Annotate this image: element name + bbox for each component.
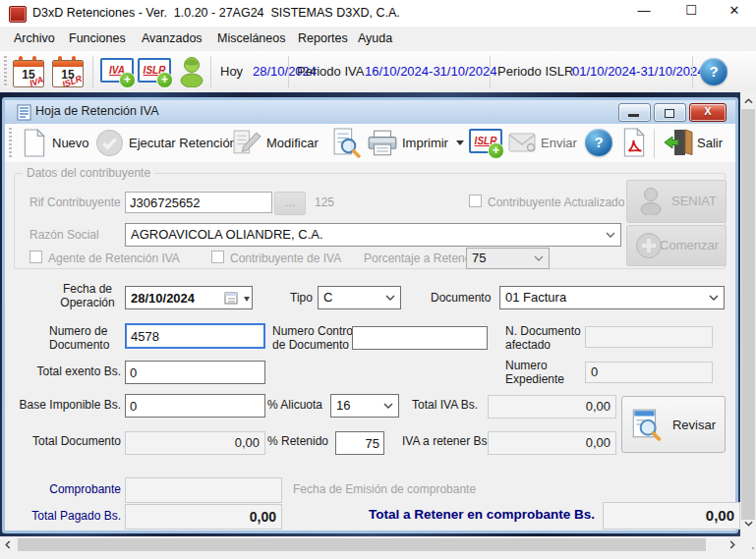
agente-retencion-checkbox[interactable] (29, 251, 42, 263)
enviar-button[interactable]: Enviar (541, 136, 577, 150)
user-gray-icon (639, 187, 663, 215)
total-exento-input[interactable] (125, 361, 265, 384)
child-title-bar: Hoja de Retención IVA X (5, 100, 735, 124)
vertical-scrollbar[interactable] (740, 92, 756, 536)
child-minimize-button[interactable] (618, 103, 651, 122)
scroll-left-icon[interactable] (0, 536, 16, 553)
close-button[interactable]: ✕ (718, 0, 751, 22)
menu-ayuda[interactable]: Ayuda (358, 31, 392, 45)
rif-browse-button[interactable]: ... (274, 192, 306, 215)
calendar-iva-icon[interactable]: 15 IVA (12, 55, 45, 88)
execute-check-icon[interactable] (95, 129, 124, 157)
total-pagado-label: Total Pagado Bs. (20, 509, 121, 523)
main-toolbar: 15 IVA 15 ISLR IVA + ISLR + Hoy 28/10/20… (0, 51, 756, 93)
new-islr-retention-icon[interactable]: ISLR + (138, 57, 173, 88)
porcentaje-retener-combobox[interactable]: 75 (466, 248, 550, 269)
imprimir-dropdown-icon[interactable] (456, 140, 464, 145)
tipo-label: Tipo (290, 291, 313, 305)
base-imponible-input[interactable] (125, 394, 265, 418)
child-close-button[interactable]: X (689, 103, 727, 122)
printer-icon[interactable] (367, 130, 398, 157)
retenido-input[interactable] (335, 431, 384, 455)
numero-documento-input[interactable] (125, 323, 265, 349)
retenido-label: % Retenido (267, 434, 328, 448)
review-magnifier-icon (630, 408, 662, 441)
menu-miscelaneos[interactable]: Misceláneos (217, 31, 285, 45)
total-iva-label: Total IVA Bs. (412, 398, 478, 412)
mail-icon[interactable] (508, 133, 536, 152)
horizontal-scrollbar[interactable] (0, 536, 740, 553)
menu-avanzados[interactable]: Avanzados (142, 31, 203, 45)
restore-icon (665, 109, 674, 118)
contribuyente-iva-checkbox[interactable] (211, 251, 224, 263)
preview-icon[interactable] (332, 128, 361, 158)
window-bottom-frame (0, 553, 756, 559)
alicuota-combobox[interactable]: 16 (330, 394, 399, 418)
separator (692, 56, 693, 87)
title-bar: D3xD Retenciones - Ver. 1.0.20 - 27AG24 … (0, 0, 756, 27)
rif-code: 125 (315, 196, 334, 209)
chevron-down-icon (709, 295, 719, 301)
nuevo-button[interactable]: Nuevo (52, 136, 89, 150)
revisar-button[interactable]: Revisar (621, 396, 726, 453)
child-help-button[interactable]: ? (585, 129, 612, 156)
periodo-iva-range: 16/10/2024-31/10/2024 (365, 64, 496, 79)
child-toolbar: Nuevo Ejecutar Retención Modificar (5, 124, 735, 163)
separator (490, 56, 491, 87)
new-islr-retention-icon[interactable]: ISLR + (469, 128, 504, 159)
documento-afectado-label: N. Documento afectado (505, 324, 586, 352)
pdf-icon[interactable] (622, 128, 646, 157)
documento-combobox[interactable]: 01 Factura (499, 286, 725, 309)
chevron-down-icon (383, 403, 393, 409)
agente-retencion-label: Agente de Retención IVA (48, 252, 180, 265)
plus-circle-gray-icon (635, 232, 663, 259)
total-pagado-field: 0,00 (125, 504, 282, 530)
child-restore-button[interactable] (654, 103, 686, 122)
scroll-down-icon[interactable] (740, 520, 756, 536)
help-button[interactable]: ? (700, 58, 727, 85)
hoy-label: Hoy (220, 64, 243, 79)
scroll-right-icon[interactable] (725, 536, 740, 553)
groupbox-title: Datos del contribuyente (23, 166, 154, 180)
actualizado-checkbox[interactable] (469, 195, 482, 207)
minimize-button[interactable]: — (627, 0, 661, 22)
periodo-islr-range: 01/10/2024-31/10/2024 (572, 64, 704, 79)
user-icon[interactable] (179, 56, 204, 87)
fecha-operacion-datepicker[interactable]: 28/10/2024 (125, 286, 253, 309)
app-icon (9, 6, 27, 23)
chevron-down-icon (534, 255, 544, 261)
numero-expediente-label: Numero Expediente (505, 359, 574, 386)
minimize-icon (628, 114, 639, 117)
toolbar-grip[interactable] (9, 128, 12, 157)
horizontal-scroll-thumb[interactable] (18, 538, 706, 551)
menu-funciones[interactable]: Funciones (69, 31, 126, 45)
toolbar-grip[interactable] (4, 56, 7, 87)
vertical-scroll-thumb[interactable] (741, 109, 755, 520)
seniat-button[interactable]: SENIAT (626, 180, 727, 223)
razon-social-combobox[interactable]: AGROAVICOLA OLIANDRE, C.A. (125, 223, 621, 247)
salir-button[interactable]: Salir (697, 136, 723, 150)
numero-control-input[interactable] (352, 326, 488, 350)
menu-reportes[interactable]: Reportes (298, 31, 348, 45)
calendar-islr-icon[interactable]: 15 ISLR (51, 55, 85, 88)
actualizado-label: Contribuyente Actualizado (488, 196, 624, 209)
new-document-icon[interactable] (22, 129, 47, 157)
alicuota-label: % Alicuota (267, 398, 322, 412)
razon-social-label: Razón Social (29, 228, 99, 242)
imprimir-button[interactable]: Imprimir (402, 136, 448, 150)
maximize-button[interactable]: ☐ (674, 0, 708, 22)
numero-documento-label: Numero de Documento (49, 324, 123, 352)
rif-input[interactable] (125, 192, 272, 213)
ejecutar-retencion-button[interactable]: Ejecutar Retención (129, 136, 237, 150)
scroll-up-icon[interactable] (740, 92, 756, 109)
total-documento-field: 0,00 (125, 431, 265, 455)
menu-archivo[interactable]: Archivo (14, 31, 55, 45)
modify-icon[interactable] (232, 129, 262, 157)
modificar-button[interactable]: Modificar (266, 136, 319, 150)
comenzar-button[interactable]: Comenzar (626, 225, 727, 266)
child-window: Hoja de Retención IVA X Nuevo Ejecutar R… (2, 97, 738, 533)
tipo-combobox[interactable]: C (318, 286, 401, 309)
new-iva-retention-icon[interactable]: IVA + (100, 57, 136, 88)
child-window-title: Hoja de Retención IVA (35, 104, 159, 118)
exit-door-icon[interactable] (662, 128, 693, 157)
